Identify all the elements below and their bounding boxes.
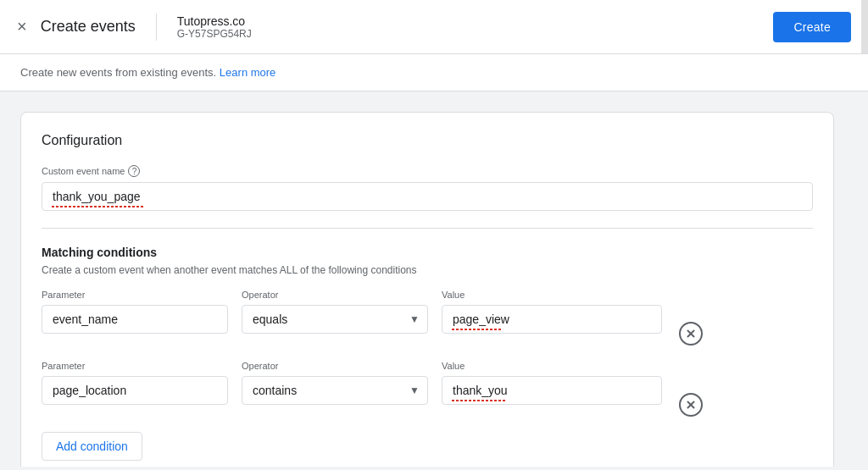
condition-row-2: Parameter Operator equals contains start…: [42, 361, 813, 418]
operator-label-1: Operator: [242, 290, 428, 300]
param-input-1[interactable]: [42, 305, 228, 334]
custom-event-name-input[interactable]: [42, 182, 813, 211]
header-divider: [156, 14, 157, 41]
remove-condition-button-2[interactable]: [679, 393, 703, 417]
operator-select-2[interactable]: equals contains starts with ends with do…: [242, 376, 428, 405]
value-group-2: Value: [442, 361, 662, 405]
custom-event-name-help-icon[interactable]: ?: [128, 165, 140, 177]
value-group-1: Value: [442, 290, 662, 334]
account-info: Tutopress.co G-Y57SPG54RJ: [177, 14, 252, 40]
operator-select-wrapper-1: equals contains starts with ends with do…: [242, 305, 428, 334]
add-condition-button[interactable]: Add condition: [42, 432, 142, 461]
custom-event-name-group: Custom event name ?: [42, 165, 813, 211]
operator-select-wrapper-2: equals contains starts with ends with do…: [242, 376, 428, 405]
condition-row: Parameter Operator equals contains start…: [42, 290, 813, 347]
header: × Create events Tutopress.co G-Y57SPG54R…: [0, 0, 868, 54]
info-text: Create new events from existing events.: [20, 66, 216, 79]
info-bar: Create new events from existing events. …: [0, 54, 868, 91]
param-input-2[interactable]: [42, 376, 228, 405]
param-label-1: Parameter: [42, 290, 228, 300]
operator-group-1: Operator equals contains starts with end…: [242, 290, 428, 334]
page-title: Create events: [41, 18, 136, 36]
remove-condition-2-container: [676, 393, 706, 417]
account-id: G-Y57SPG54RJ: [177, 28, 252, 40]
matching-conditions-desc: Create a custom event when another event…: [42, 264, 813, 276]
custom-event-name-label: Custom event name ?: [42, 165, 813, 177]
value-wrapper-2: [442, 376, 662, 405]
param-group-2: Parameter: [42, 361, 228, 405]
remove-condition-1: [676, 322, 706, 346]
value-wrapper-1: [442, 305, 662, 334]
configuration-title: Configuration: [42, 133, 813, 148]
section-divider: [42, 228, 813, 229]
learn-more-link[interactable]: Learn more: [220, 66, 275, 79]
main-content: Configuration Custom event name ? Matchi…: [0, 91, 868, 467]
value-label-1: Value: [442, 290, 662, 300]
value-input-2[interactable]: [442, 376, 662, 405]
value-input-1[interactable]: [442, 305, 662, 334]
operator-label-2: Operator: [242, 361, 428, 371]
configuration-card: Configuration Custom event name ? Matchi…: [20, 112, 834, 467]
operator-group-2: Operator equals contains starts with end…: [242, 361, 428, 405]
value-label-2: Value: [442, 361, 662, 371]
scrollbar[interactable]: [861, 0, 868, 53]
operator-select-1[interactable]: equals contains starts with ends with do…: [242, 305, 428, 334]
close-icon[interactable]: ×: [17, 17, 27, 36]
matching-conditions-title: Matching conditions: [42, 246, 813, 259]
account-name: Tutopress.co: [177, 14, 252, 28]
create-button[interactable]: Create: [773, 12, 851, 42]
remove-condition-button-1[interactable]: [679, 322, 703, 346]
param-group-1: Parameter: [42, 290, 228, 334]
custom-event-name-wrapper: [42, 182, 813, 211]
param-label-2: Parameter: [42, 361, 228, 371]
